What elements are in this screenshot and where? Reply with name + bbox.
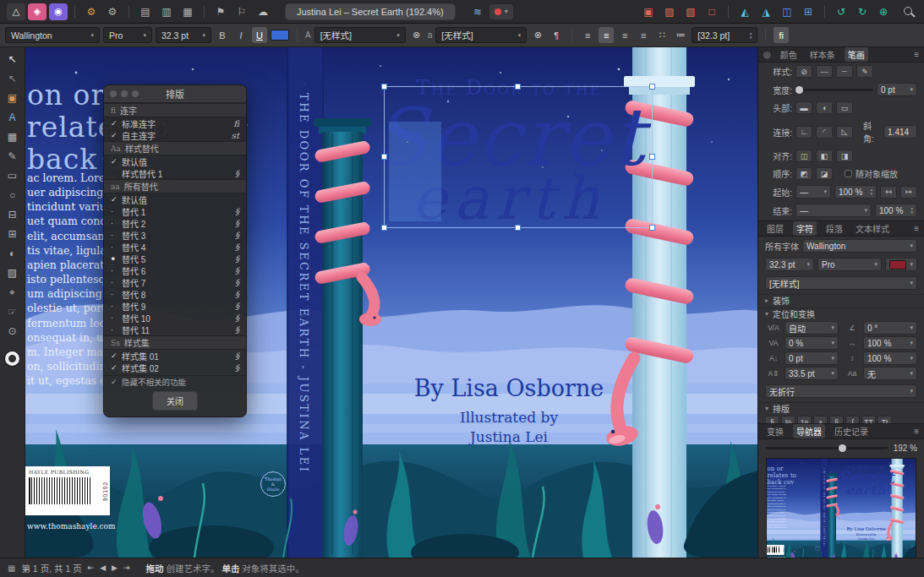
- alternate-option[interactable]: · 替代 2 §: [104, 217, 246, 229]
- style-alternate-option[interactable]: ✓ 默认值: [104, 155, 246, 167]
- preview-mode-icon[interactable]: ▤: [136, 3, 155, 20]
- bevel-join-icon[interactable]: ◺: [836, 126, 853, 139]
- paragraph-style-combo[interactable]: [无样式]▾: [314, 27, 406, 43]
- node-tool[interactable]: ↖: [3, 69, 23, 88]
- brush-stroke-icon[interactable]: ✎: [856, 65, 873, 78]
- hide-unrelated-option[interactable]: ✓ 隐藏不相关的功能: [104, 375, 246, 388]
- leading-override-field[interactable]: A⇕ 33.5 pt▾: [765, 367, 839, 380]
- character-color-combo[interactable]: ▾: [885, 258, 917, 271]
- zoom-value[interactable]: 192 %: [894, 444, 917, 453]
- align-justify-icon[interactable]: ≡: [636, 27, 651, 43]
- transparency-tool[interactable]: ▨: [3, 264, 23, 282]
- stroke-align-inside-icon[interactable]: ◧: [816, 150, 833, 162]
- insert-behind-icon[interactable]: ◫: [778, 3, 796, 20]
- fill-gradient-tool[interactable]: ◐: [3, 244, 23, 263]
- tab-paragraph[interactable]: 段落: [823, 221, 846, 236]
- selection-handle[interactable]: [649, 154, 655, 160]
- stroke-behind-fill-icon[interactable]: ◩: [796, 167, 812, 180]
- miter-join-icon[interactable]: ∟: [796, 126, 812, 139]
- vector-crop-tool[interactable]: ⊟: [3, 205, 23, 224]
- round-cap-icon[interactable]: ◖: [816, 101, 833, 114]
- artistic-text-tool[interactable]: A: [3, 108, 23, 127]
- pen-tool[interactable]: ✎: [3, 147, 23, 166]
- round-join-icon[interactable]: ◜: [816, 126, 833, 139]
- ellipse-tool[interactable]: ○: [3, 186, 23, 204]
- stroke-align-outside-icon[interactable]: ◨: [836, 150, 853, 162]
- style-alternate-option[interactable]: 样式替代 1 §: [104, 167, 246, 179]
- move-to-back-icon[interactable]: □: [703, 3, 721, 20]
- tab-layers[interactable]: 图层: [763, 221, 787, 236]
- color-picker-tool[interactable]: ⌖: [3, 283, 23, 302]
- stroke-color-well[interactable]: [5, 351, 19, 366]
- solid-stroke-icon[interactable]: —: [816, 65, 833, 78]
- selection-handle[interactable]: [649, 84, 655, 90]
- tab-stroke[interactable]: 笔画: [845, 47, 868, 62]
- style-set-option[interactable]: ✓ 样式集 02 §: [104, 362, 246, 373]
- designer-persona-icon[interactable]: ◈: [28, 3, 46, 20]
- opentype-feature-button[interactable]: §: [829, 416, 844, 424]
- alternate-option[interactable]: · 替代 7 §: [104, 276, 246, 288]
- panel-menu-icon[interactable]: ≡: [914, 224, 919, 233]
- typography-panel[interactable]: 排版 ﬁ 连字 ✓ 标准连字 fi ✓: [103, 84, 247, 417]
- alternate-option[interactable]: · 替代 11 §: [104, 324, 246, 335]
- alternate-option[interactable]: · 替代 4 §: [104, 241, 246, 253]
- move-forward-icon[interactable]: ▨: [660, 3, 679, 20]
- stroke-width-field[interactable]: 0 pt▾: [877, 83, 917, 96]
- stroke-over-fill-icon[interactable]: ◪: [816, 167, 833, 180]
- bullet-list-icon[interactable]: ∷: [654, 27, 670, 43]
- opentype-feature-button[interactable]: TT: [861, 416, 876, 424]
- next-page-button[interactable]: ▶: [112, 563, 118, 572]
- stepper-arrows-icon[interactable]: ▴▾: [750, 31, 752, 40]
- search-zoom-icon[interactable]: [904, 7, 912, 15]
- text-color-chip[interactable]: [271, 30, 289, 41]
- selection-handle[interactable]: [381, 84, 387, 90]
- selection-bounding-box[interactable]: [384, 86, 653, 228]
- character-weight-combo[interactable]: Pro▾: [817, 258, 882, 271]
- typography-panel-button[interactable]: fi: [774, 27, 789, 43]
- selection-handle[interactable]: [515, 84, 521, 90]
- start-arrowhead-combo[interactable]: —▾: [796, 185, 831, 199]
- opentype-feature-button[interactable]: fi: [765, 416, 779, 424]
- h-scale-field[interactable]: ↔ 100 %▾: [844, 336, 917, 350]
- leading-combo[interactable]: [32.3 pt]▴▾: [692, 27, 757, 43]
- auto-correct-gear-icon[interactable]: ⚙: [82, 3, 101, 20]
- font-family-combo[interactable]: Wallington▾: [5, 27, 100, 43]
- selection-handle[interactable]: [381, 225, 387, 231]
- publisher-persona-icon[interactable]: △: [7, 3, 25, 20]
- opentype-feature-button[interactable]: ſ: [845, 416, 860, 424]
- alternate-option[interactable]: · 替代 10 §: [104, 312, 246, 324]
- no-break-field[interactable]: 无折行▾: [765, 384, 917, 398]
- preferences-gear-icon[interactable]: ⚙: [103, 3, 122, 20]
- start-scale-field[interactable]: 100 %▴▾: [834, 185, 877, 199]
- alternate-option[interactable]: ● 替代 5 §: [104, 253, 246, 264]
- alternate-option[interactable]: · 替代 3 §: [104, 229, 246, 241]
- tab-history[interactable]: 历史记录: [831, 424, 872, 438]
- alternate-option[interactable]: ✓ 默认值: [104, 193, 246, 205]
- alternate-option[interactable]: · 替代 1 §: [104, 205, 246, 217]
- align-right-icon[interactable]: ≡: [617, 27, 632, 43]
- typography-panel-titlebar[interactable]: 排版: [104, 85, 246, 103]
- end-arrowhead-combo[interactable]: —▾: [796, 204, 872, 217]
- character-font-combo[interactable]: Wallington▾: [802, 239, 917, 253]
- baseline-field[interactable]: A↓ 0 pt▾: [765, 351, 839, 365]
- language-field[interactable]: Aa 无▾: [844, 367, 917, 380]
- move-backward-icon[interactable]: ▧: [681, 3, 700, 20]
- font-style-combo[interactable]: Pro▾: [103, 27, 152, 43]
- selection-handle[interactable]: [381, 154, 387, 160]
- arrowhead-end-icon[interactable]: ↦: [900, 186, 917, 199]
- color-wheel-icon[interactable]: ◎: [763, 50, 771, 59]
- rotate-cw-icon[interactable]: ↻: [853, 3, 872, 20]
- navigator-thumbnail[interactable]: on orrelates toback cov ac lorem. Loremu…: [766, 458, 916, 558]
- selection-handle[interactable]: [649, 225, 655, 231]
- stepper-arrows-icon[interactable]: ▴▾: [870, 188, 872, 196]
- tab-swatches[interactable]: 样本条: [806, 47, 839, 62]
- no-stroke-icon[interactable]: ⊘: [796, 65, 812, 78]
- opentype-feature-button[interactable]: ⅔: [781, 416, 796, 424]
- italic-button[interactable]: I: [233, 27, 249, 43]
- butt-cap-icon[interactable]: ▬: [796, 101, 812, 114]
- text-wrap-icon[interactable]: ≋: [468, 3, 487, 20]
- rotate-ccw-icon[interactable]: ↺: [832, 3, 850, 20]
- numbered-list-icon[interactable]: ≔: [673, 27, 688, 43]
- bold-button[interactable]: B: [215, 27, 230, 43]
- document-title[interactable]: Justina Lei – Secret Earth (192.4%): [285, 3, 456, 20]
